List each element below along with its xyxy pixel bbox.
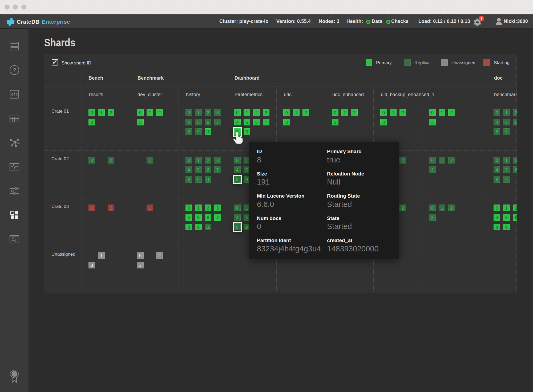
svg-text:?: ? (13, 67, 16, 74)
